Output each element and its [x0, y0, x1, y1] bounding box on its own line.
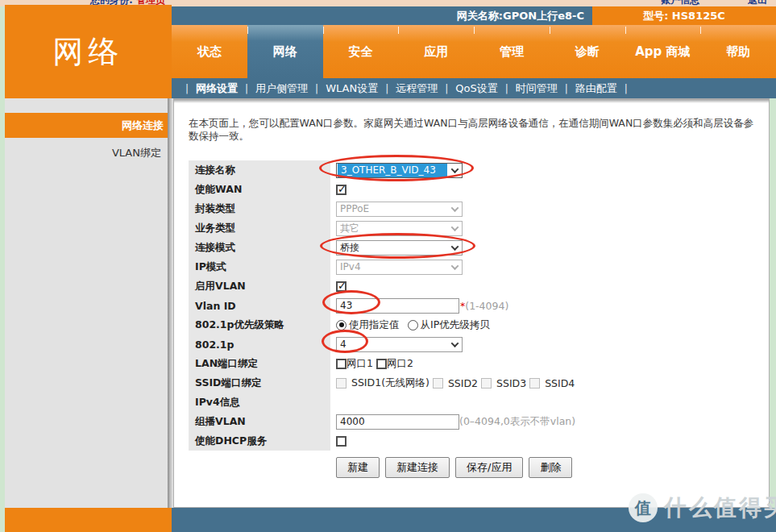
chevron-down-icon — [447, 164, 462, 177]
content-panel: 在本页面上，您可以配置WAN口参数。家庭网关通过WAN口与高层网络设备通信，在通… — [173, 98, 770, 508]
router-admin-page: 您的身份: 管理员 账户信息 退出 网络 网关名称:GPON上行e8-C 型号:… — [0, 0, 776, 532]
checkbox-label: 网口1 — [347, 357, 373, 371]
tab-security[interactable]: 安全 — [323, 25, 399, 78]
multicast-vlan-input[interactable] — [336, 414, 459, 430]
lan-port2-checkbox[interactable]: ✓ — [376, 359, 387, 369]
row-connection-name: 连接名称 3_OTHER_B_VID_43 — [189, 160, 757, 180]
enable-dhcp-checkbox[interactable]: ✓ — [336, 436, 347, 447]
separator: | — [625, 83, 628, 94]
row-encapsulation: 封装类型 PPPoE — [189, 199, 757, 218]
subnav-time-mgmt[interactable]: 时间管理 — [516, 81, 558, 96]
copy-from-ip-priority-radio[interactable] — [408, 320, 418, 330]
separator: | — [445, 83, 448, 94]
vlan-id-hint: (1-4094) — [465, 300, 508, 312]
row-vlan-id: Vlan ID * (1-4094) — [189, 296, 757, 315]
ssid2-checkbox — [433, 378, 443, 389]
row-ipv4-info: IPv4信息 — [189, 393, 757, 412]
lan-port1-checkbox[interactable]: ✓ — [336, 359, 347, 369]
field-label: SSID端口绑定 — [189, 373, 330, 393]
separator: | — [385, 83, 388, 94]
sidebar-divider — [168, 98, 173, 508]
smzdm-logo-icon: 值 — [629, 493, 658, 522]
chevron-down-icon — [447, 202, 462, 216]
row-priority-policy: 802.1p优先级策略 使用指定值 从IP优先级拷贝 — [189, 315, 757, 335]
subnav-network-settings[interactable]: 网络设置 — [196, 81, 238, 96]
row-enable-vlan: 启用VLAN ✓ — [189, 276, 757, 296]
checkmark-icon: ✓ — [338, 280, 347, 292]
section-label: IPv4信息 — [189, 393, 330, 412]
vlan-id-input[interactable] — [336, 298, 459, 314]
subnav-wlan-settings[interactable]: WLAN设置 — [326, 81, 378, 96]
connection-mode-select[interactable]: 桥接 — [336, 240, 463, 256]
ssid3-checkbox — [481, 378, 492, 389]
subnav-user-side-mgmt[interactable]: 用户侧管理 — [255, 81, 308, 96]
tab-help[interactable]: 帮助 — [700, 25, 776, 78]
subnav-remote-mgmt[interactable]: 远程管理 — [396, 81, 438, 96]
chevron-down-icon — [447, 260, 462, 274]
field-label: 使能DHCP服务 — [189, 431, 330, 451]
field-label: 连接模式 — [189, 238, 330, 257]
field-label: 业务类型 — [189, 218, 330, 238]
enable-wan-checkbox[interactable]: ✓ — [336, 185, 347, 195]
field-label: 组播VLAN — [189, 412, 330, 431]
tab-network[interactable]: 网络 — [247, 25, 323, 78]
row-multicast-vlan: 组播VLAN (0–4094,0表示不带vlan) — [189, 412, 757, 431]
tab-diagnosis[interactable]: 诊断 — [550, 25, 625, 78]
ip-mode-select: IPv4 — [336, 260, 463, 275]
delete-button[interactable]: 删除 — [529, 457, 572, 478]
new-button[interactable]: 新建 — [336, 457, 380, 478]
sub-nav: | 网络设置 | 用户侧管理 | WLAN设置 | 远程管理 | QoS设置 |… — [172, 78, 776, 98]
field-label: 802.1p优先级策略 — [189, 315, 330, 335]
tab-application[interactable]: 应用 — [398, 25, 474, 78]
dot1p-select[interactable]: 4 — [336, 337, 463, 352]
row-enable-wan: 使能WAN ✓ — [189, 180, 757, 199]
chevron-down-icon — [447, 222, 462, 235]
radio-label: 从IP优先级拷贝 — [421, 318, 490, 332]
use-specified-value-radio[interactable] — [336, 320, 347, 330]
gateway-name-bar: 网关名称:GPON上行e8-C — [172, 6, 592, 25]
separator: | — [245, 83, 248, 94]
field-label: 使能WAN — [189, 180, 330, 199]
main-nav: 状态 网络 安全 应用 管理 诊断 App 商城 帮助 — [172, 25, 776, 78]
field-label: 封装类型 — [189, 199, 330, 218]
page-title: 网络 — [53, 31, 124, 73]
service-type-select: 其它 — [336, 221, 463, 236]
tab-management[interactable]: 管理 — [474, 25, 550, 78]
tab-app-store[interactable]: App 商城 — [625, 25, 701, 78]
field-label: 连接名称 — [189, 160, 330, 180]
brand-block: 网络 — [5, 5, 172, 98]
wan-config-form: 连接名称 3_OTHER_B_VID_43 使能WAN ✓ 封装类型 — [189, 160, 757, 478]
separator: | — [185, 83, 189, 94]
subnav-route-config[interactable]: 路由配置 — [575, 81, 617, 96]
field-label: LAN端口绑定 — [189, 354, 330, 373]
field-label: 启用VLAN — [189, 276, 330, 296]
enable-vlan-checkbox[interactable]: ✓ — [336, 281, 347, 292]
watermark-text: 什么值得买 — [664, 493, 776, 523]
field-label: 802.1p — [189, 335, 330, 354]
row-connection-mode: 连接模式 桥接 — [189, 238, 757, 257]
tab-status[interactable]: 状态 — [172, 25, 247, 78]
connection-name-select[interactable]: 3_OTHER_B_VID_43 — [336, 163, 463, 178]
footer-left — [5, 508, 172, 532]
checkmark-icon: ✓ — [338, 183, 347, 195]
new-connection-button[interactable]: 新建连接 — [385, 457, 450, 478]
model-label: 型号: HS8125C — [643, 9, 725, 23]
radio-label: 使用指定值 — [349, 318, 400, 332]
encapsulation-select: PPPoE — [336, 202, 463, 217]
checkbox-label: SSID2 — [448, 377, 478, 389]
subnav-qos-settings[interactable]: QoS设置 — [455, 81, 497, 96]
ssid1-checkbox — [336, 378, 347, 389]
gateway-name-label: 网关名称:GPON上行e8-C — [457, 9, 584, 23]
account-info-link[interactable]: 账户信息 — [661, 0, 699, 6]
checkbox-label: 网口2 — [387, 357, 413, 371]
sidebar-item-network-connection[interactable]: 网络连接 — [5, 113, 168, 138]
chevron-down-icon — [447, 338, 462, 351]
logout-link[interactable]: 退出 — [748, 0, 767, 6]
separator: | — [565, 83, 568, 94]
checkbox-label: SSID1(无线网络) — [351, 376, 429, 390]
row-service-type: 业务类型 其它 — [189, 218, 757, 238]
button-row: 新建 新建连接 保存/应用 删除 — [336, 457, 757, 478]
sidebar-item-vlan-binding[interactable]: VLAN绑定 — [5, 145, 168, 161]
checkbox-label: SSID3 — [496, 377, 526, 389]
save-apply-button[interactable]: 保存/应用 — [455, 457, 523, 478]
